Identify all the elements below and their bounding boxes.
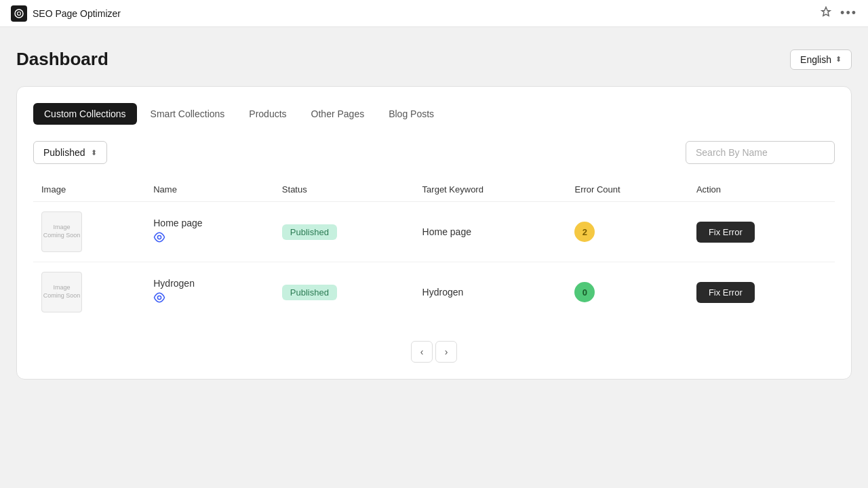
cell-target-keyword: Hydrogen <box>414 262 567 323</box>
table-row: Image Coming Soon Hydrogen PublishedHydr… <box>33 262 835 323</box>
svg-point-2 <box>158 235 161 239</box>
topbar-right: ••• <box>820 6 857 21</box>
col-name: Name <box>145 178 274 202</box>
tab-blog-posts[interactable]: Blog Posts <box>378 103 445 125</box>
app-icon <box>11 5 27 22</box>
pin-icon[interactable] <box>820 6 832 21</box>
cell-error-count: 2 <box>566 202 688 262</box>
cell-name: Hydrogen <box>145 262 274 323</box>
collections-table: Image Name Status Target Keyword Error C… <box>33 178 835 322</box>
cell-image: Image Coming Soon <box>33 202 145 262</box>
status-badge: Published <box>282 285 337 300</box>
cell-name: Home page <box>145 202 274 262</box>
image-placeholder: Image Coming Soon <box>41 272 82 312</box>
tab-custom-collections[interactable]: Custom Collections <box>33 103 137 125</box>
col-image: Image <box>33 178 145 202</box>
topbar-left: SEO Page Optimizer <box>11 5 121 22</box>
pagination: ‹ › <box>33 341 835 363</box>
fix-error-button[interactable]: Fix Error <box>696 282 755 303</box>
error-count-badge: 0 <box>574 282 595 302</box>
cell-action: Fix Error <box>688 202 835 262</box>
tab-smart-collections[interactable]: Smart Collections <box>140 103 236 125</box>
page-header: Dashboard English ⬍ <box>16 49 852 70</box>
main-content: Dashboard English ⬍ Custom CollectionsSm… <box>0 27 868 401</box>
col-action: Action <box>688 178 835 202</box>
tab-other-pages[interactable]: Other Pages <box>300 103 376 125</box>
cell-error-count: 0 <box>566 262 688 323</box>
view-icon[interactable] <box>153 291 266 306</box>
error-count-badge: 2 <box>574 222 595 242</box>
search-input[interactable] <box>686 141 835 164</box>
prev-page-button[interactable]: ‹ <box>411 341 433 363</box>
row-name: Hydrogen <box>153 278 266 289</box>
chevron-updown-icon: ⬍ <box>835 55 842 64</box>
published-filter[interactable]: Published ⬍ <box>33 141 107 164</box>
published-filter-label: Published <box>43 147 85 158</box>
table-body: Image Coming Soon Home page PublishedHom… <box>33 202 835 323</box>
tab-products[interactable]: Products <box>238 103 297 125</box>
col-target-keyword: Target Keyword <box>414 178 567 202</box>
fix-error-button[interactable]: Fix Error <box>696 222 755 243</box>
tabs-bar: Custom CollectionsSmart CollectionsProdu… <box>33 103 835 125</box>
cell-status: Published <box>274 202 414 262</box>
app-title: SEO Page Optimizer <box>33 8 121 19</box>
filter-bar: Published ⬍ <box>33 141 835 164</box>
topbar: SEO Page Optimizer ••• <box>0 0 868 27</box>
page-title: Dashboard <box>16 49 108 70</box>
more-options-icon[interactable]: ••• <box>840 6 857 20</box>
table-row: Image Coming Soon Home page PublishedHom… <box>33 202 835 262</box>
row-name: Home page <box>153 218 266 228</box>
table-header: Image Name Status Target Keyword Error C… <box>33 178 835 202</box>
language-label: English <box>800 54 831 65</box>
status-badge: Published <box>282 224 337 240</box>
cell-action: Fix Error <box>688 262 835 323</box>
col-error-count: Error Count <box>566 178 688 202</box>
svg-point-1 <box>18 12 21 15</box>
chevron-updown-icon: ⬍ <box>91 148 97 157</box>
view-icon[interactable] <box>153 231 266 246</box>
image-placeholder: Image Coming Soon <box>41 211 82 252</box>
cell-image: Image Coming Soon <box>33 262 145 323</box>
main-card: Custom CollectionsSmart CollectionsProdu… <box>16 86 852 380</box>
cell-status: Published <box>274 262 414 323</box>
cell-target-keyword: Home page <box>414 202 567 262</box>
language-selector[interactable]: English ⬍ <box>790 49 852 70</box>
next-page-button[interactable]: › <box>435 341 457 363</box>
svg-point-0 <box>15 9 23 18</box>
svg-point-3 <box>158 296 161 299</box>
col-status: Status <box>274 178 414 202</box>
